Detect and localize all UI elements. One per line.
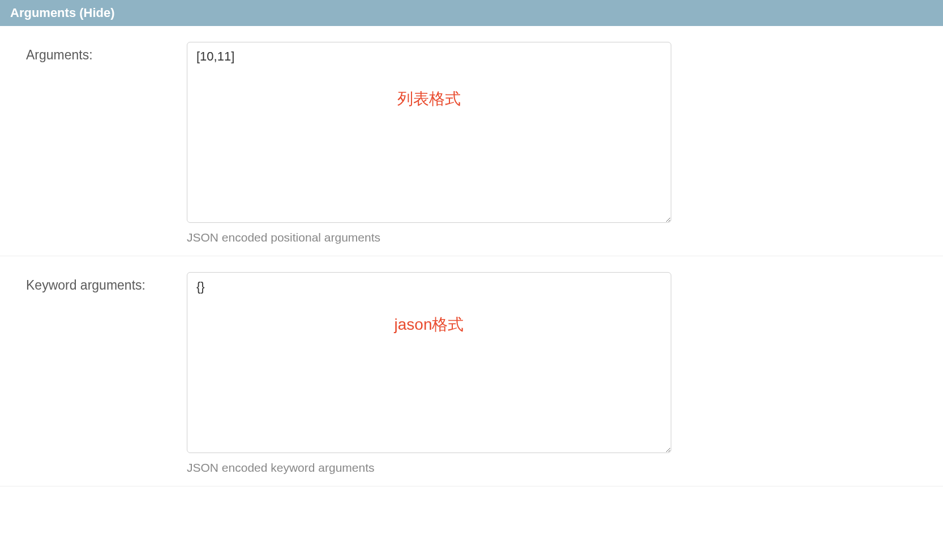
kwargs-textarea[interactable] — [187, 272, 671, 453]
kwargs-help-text: JSON encoded keyword arguments — [187, 461, 671, 475]
arguments-section-header[interactable]: Arguments (Hide) — [0, 0, 943, 26]
arguments-label: Arguments: — [26, 48, 93, 62]
arguments-label-col: Arguments: — [0, 42, 187, 244]
hide-toggle[interactable]: (Hide) — [79, 6, 114, 20]
arguments-row: Arguments: 列表格式 JSON encoded positional … — [0, 42, 943, 256]
arguments-textarea[interactable] — [187, 42, 671, 223]
kwargs-label-col: Keyword arguments: — [0, 272, 187, 475]
section-title: Arguments — [10, 6, 76, 20]
arguments-input-col: 列表格式 JSON encoded positional arguments — [187, 42, 943, 244]
arguments-help-text: JSON encoded positional arguments — [187, 231, 671, 244]
kwargs-row: Keyword arguments: jason格式 JSON encoded … — [0, 272, 943, 486]
kwargs-input-col: jason格式 JSON encoded keyword arguments — [187, 272, 943, 475]
kwargs-label: Keyword arguments: — [26, 278, 145, 292]
